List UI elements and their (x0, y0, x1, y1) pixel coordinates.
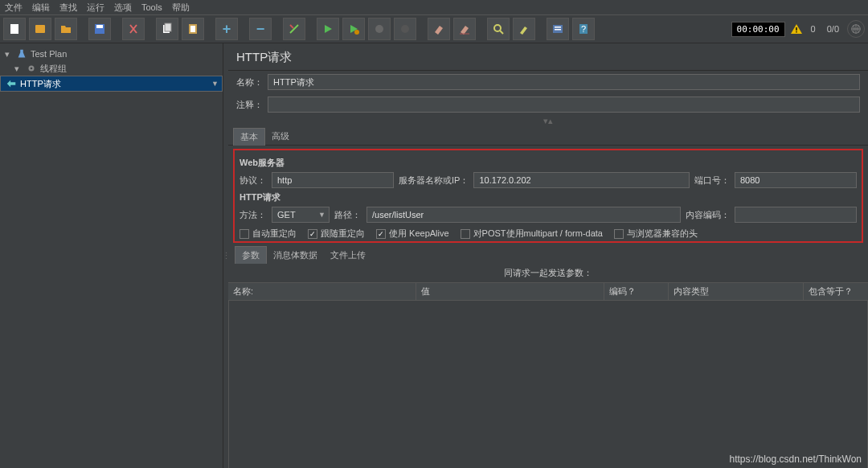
svg-rect-5 (165, 23, 171, 31)
svg-point-11 (494, 25, 501, 31)
protocol-label: 协议： (240, 174, 267, 187)
test-plan-tree[interactable]: ▾ Test Plan ▾ 线程组 HTTP请求 (0, 43, 223, 468)
httprequest-heading: HTTP请求 (240, 191, 857, 203)
cut-button[interactable] (122, 18, 145, 40)
watermark: https://blog.csdn.net/ThinkWon (729, 454, 862, 465)
templates-button[interactable] (29, 18, 51, 40)
port-label: 端口号： (694, 174, 730, 187)
menu-help[interactable]: 帮助 (172, 2, 190, 14)
clear-all-button[interactable] (453, 18, 476, 40)
menu-run[interactable]: 运行 (87, 2, 104, 14)
error-count: 0 (808, 24, 819, 34)
svg-rect-0 (10, 24, 18, 34)
toggle-button[interactable] (283, 18, 305, 40)
expand-button[interactable]: + (215, 18, 238, 40)
remote-icon[interactable] (847, 20, 865, 38)
editor-panel: HTTP请求 名称： 注释： ▾▴ 基本 高级 Web服务器 协议： 服务器名称… (228, 43, 868, 468)
start-no-timers-button[interactable] (342, 18, 365, 40)
check-follow-redirect[interactable]: 跟随重定向 (308, 228, 365, 240)
params-caption: 同请求一起发送参数： (228, 264, 868, 282)
svg-rect-14 (555, 29, 561, 31)
collapse-button[interactable]: − (249, 18, 272, 40)
tree-root-label: Test Plan (31, 49, 67, 59)
encoding-label: 内容编码： (686, 209, 730, 221)
paste-button[interactable] (182, 18, 204, 40)
search-button[interactable] (487, 18, 510, 40)
divider-grip[interactable]: ▾▴ (228, 116, 868, 126)
params-table-body[interactable] (228, 301, 868, 468)
check-auto-redirect[interactable]: 自动重定向 (240, 228, 297, 240)
tree-test-plan[interactable]: ▾ Test Plan (0, 47, 223, 61)
elapsed-timer: 00:00:00 (731, 22, 785, 37)
clear-button[interactable] (428, 18, 450, 40)
svg-text:?: ? (581, 24, 586, 34)
port-input[interactable] (735, 172, 857, 188)
subtab-upload[interactable]: 文件上传 (324, 247, 372, 264)
check-keepalive[interactable]: 使用 KeepAlive (376, 228, 449, 240)
warning-icon[interactable] (790, 23, 803, 35)
menu-edit[interactable]: 编辑 (32, 2, 50, 14)
svg-point-8 (354, 30, 359, 35)
stop-button[interactable] (368, 18, 391, 40)
encoding-input[interactable] (735, 207, 857, 223)
shutdown-button[interactable] (394, 18, 416, 40)
flask-icon (16, 48, 27, 60)
path-input[interactable] (366, 207, 681, 223)
col-value[interactable]: 值 (416, 283, 604, 300)
col-name[interactable]: 名称: (228, 283, 416, 300)
highlighted-section: Web服务器 协议： 服务器名称或IP： 端口号： HTTP请求 方法： GET… (233, 149, 863, 243)
tab-advanced[interactable]: 高级 (265, 128, 296, 145)
svg-point-21 (31, 68, 33, 70)
webserver-heading: Web服务器 (240, 157, 857, 169)
svg-rect-3 (96, 25, 103, 28)
name-label: 名称： (236, 76, 263, 88)
gear-icon (26, 63, 37, 74)
check-multipart[interactable]: 对POST使用multipart / form-data (461, 228, 603, 240)
subtab-body[interactable]: 消息体数据 (267, 247, 324, 264)
tree-group-label: 线程组 (40, 63, 67, 75)
svg-rect-13 (555, 27, 561, 28)
method-select[interactable]: GET (272, 207, 330, 223)
menu-tools[interactable]: Tools (141, 2, 162, 12)
col-include-equals[interactable]: 包含等于？ (804, 283, 868, 300)
tree-thread-group[interactable]: ▾ 线程组 (0, 61, 223, 76)
params-table-header: 名称: 值 编码？ 内容类型 包含等于？ (228, 282, 868, 301)
menubar: 文件 编辑 查找 运行 选项 Tools 帮助 (0, 0, 868, 14)
subtab-parameters[interactable]: 参数 (235, 246, 267, 264)
new-button[interactable] (3, 18, 26, 40)
copy-button[interactable] (156, 18, 178, 40)
sampler-icon (6, 78, 17, 89)
menu-search[interactable]: 查找 (59, 2, 77, 14)
start-button[interactable] (317, 18, 339, 40)
open-button[interactable] (55, 18, 77, 40)
tree-http-request[interactable]: HTTP请求 (0, 76, 223, 92)
menu-options[interactable]: 选项 (114, 2, 132, 14)
comment-label: 注释： (236, 99, 263, 111)
svg-rect-7 (190, 26, 195, 32)
col-encode[interactable]: 编码？ (604, 283, 669, 300)
tab-basic[interactable]: 基本 (233, 128, 265, 146)
host-label: 服务器名称或IP： (399, 174, 469, 187)
protocol-input[interactable] (272, 172, 394, 188)
reset-search-button[interactable] (513, 18, 535, 40)
svg-point-10 (401, 25, 409, 33)
name-input[interactable] (268, 74, 860, 90)
svg-point-9 (375, 25, 383, 33)
panel-title: HTTP请求 (228, 43, 868, 71)
svg-rect-17 (796, 27, 796, 31)
method-label: 方法： (240, 209, 267, 221)
function-helper-button[interactable] (547, 18, 569, 40)
comment-input[interactable] (268, 96, 860, 113)
svg-rect-1 (35, 25, 45, 33)
save-button[interactable] (88, 18, 111, 40)
thread-count: 0/0 (824, 24, 842, 34)
col-content-type[interactable]: 内容类型 (669, 283, 804, 300)
host-input[interactable] (473, 172, 690, 188)
help-button[interactable]: ? (572, 18, 595, 40)
path-label: 路径： (334, 209, 362, 221)
svg-rect-18 (796, 31, 796, 32)
toolbar: + − ? 00:00:00 0 0/0 (0, 14, 868, 43)
tree-item-label: HTTP请求 (20, 78, 61, 90)
check-browser-headers[interactable]: 与浏览器兼容的头 (614, 228, 698, 240)
menu-file[interactable]: 文件 (5, 2, 23, 14)
